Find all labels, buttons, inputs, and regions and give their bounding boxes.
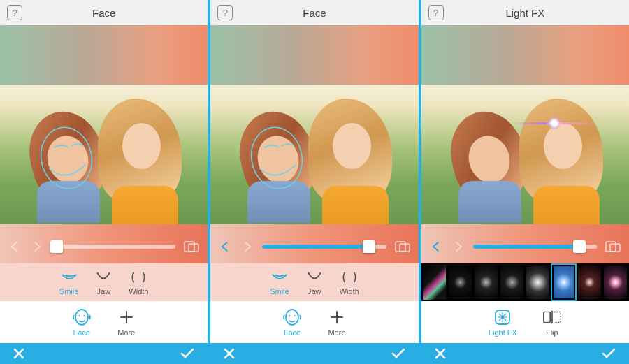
help-button[interactable]: ? [428, 5, 444, 20]
undo-arrow-icon[interactable] [428, 239, 444, 254]
subject-2 [519, 95, 610, 221]
more-icon [327, 307, 347, 327]
fx-thumbnail-strip [421, 263, 629, 301]
slider-row [421, 237, 629, 256]
fx-thumb-rainbow[interactable] [421, 263, 447, 301]
check-icon [391, 347, 406, 360]
redo-arrow-icon[interactable] [29, 239, 45, 254]
fx-preview [554, 266, 574, 298]
fx-thumb-lens1[interactable] [577, 263, 602, 301]
close-icon [223, 347, 236, 360]
footer-bar [210, 343, 418, 364]
svg-point-3 [75, 310, 88, 325]
apply-button[interactable] [601, 347, 616, 360]
intensity-slider[interactable] [52, 245, 175, 249]
category-strip: Light FX Flip [421, 301, 629, 343]
tool-jaw[interactable]: Jaw [95, 269, 112, 296]
compare-button[interactable] [393, 239, 412, 254]
fx-thumb-spark2[interactable] [473, 263, 499, 301]
svg-point-4 [78, 315, 80, 316]
fx-thumb-spark1[interactable] [447, 263, 473, 301]
tool-label: Smile [59, 287, 79, 296]
subject-2 [98, 95, 189, 221]
face-mesh-overlay [35, 126, 98, 193]
face-icon [72, 307, 92, 327]
apply-button[interactable] [391, 347, 406, 360]
header: ? Face [210, 0, 418, 25]
help-button[interactable]: ? [217, 5, 233, 20]
face-icon [282, 307, 302, 327]
fx-thumb-flare-blue[interactable] [551, 263, 577, 301]
photo-canvas[interactable] [210, 25, 418, 263]
category-label: Face [73, 328, 89, 337]
image-photo [210, 85, 418, 224]
flip-icon [542, 307, 562, 327]
header: ? Light FX [421, 0, 629, 25]
svg-point-13 [286, 310, 298, 325]
category-more[interactable]: More [117, 307, 136, 337]
fx-preview [500, 265, 523, 300]
image-background [0, 25, 208, 85]
cancel-button[interactable] [13, 347, 25, 360]
fx-preview [423, 265, 446, 300]
fx-preview [526, 265, 549, 300]
image-photo [0, 85, 208, 224]
redo-arrow-icon[interactable] [451, 239, 466, 254]
tool-width[interactable]: Width [340, 269, 359, 296]
category-face[interactable]: Face [282, 307, 302, 337]
svg-point-5 [83, 315, 85, 316]
panel-3: ? Light FX Light FX Flip [421, 0, 629, 364]
image-background [421, 25, 629, 85]
close-icon [13, 347, 25, 360]
category-more[interactable]: More [327, 307, 347, 337]
category-label: Light FX [489, 328, 517, 337]
fx-preview [449, 265, 472, 300]
slider-thumb[interactable] [363, 240, 375, 253]
photo-canvas[interactable] [421, 25, 629, 263]
tool-label: Width [340, 287, 359, 296]
help-button[interactable]: ? [7, 5, 22, 20]
fx-thumb-burst[interactable] [525, 263, 551, 301]
check-icon [601, 347, 616, 360]
tool-strip: Smile Jaw Width [210, 263, 418, 301]
tool-jaw[interactable]: Jaw [306, 269, 323, 296]
tool-smile[interactable]: Smile [59, 269, 79, 296]
face-mesh-overlay [245, 126, 308, 193]
redo-arrow-icon[interactable] [240, 239, 255, 254]
panel-1: ? Face Smile Jaw Width Fac [0, 0, 210, 364]
compare-button[interactable] [604, 239, 622, 254]
fx-thumb-lens2[interactable] [602, 263, 628, 301]
more-icon [117, 307, 136, 327]
width-icon [130, 269, 147, 286]
svg-point-14 [289, 315, 290, 316]
image-background [210, 25, 418, 85]
subject-2 [308, 95, 399, 221]
intensity-slider[interactable] [262, 245, 386, 249]
tool-label: Jaw [97, 287, 111, 296]
cancel-button[interactable] [434, 347, 447, 360]
fx-thumb-spark3[interactable] [499, 263, 525, 301]
tool-smile[interactable]: Smile [270, 269, 289, 296]
svg-point-0 [36, 126, 98, 193]
slider-thumb[interactable] [573, 240, 586, 253]
photo-canvas[interactable] [0, 25, 208, 263]
compare-button[interactable] [182, 239, 201, 254]
category-flip[interactable]: Flip [542, 307, 562, 337]
category-lightfx[interactable]: Light FX [489, 307, 517, 337]
apply-button[interactable] [180, 347, 195, 360]
category-face[interactable]: Face [72, 307, 92, 337]
smile-icon [61, 269, 78, 286]
cancel-button[interactable] [223, 347, 236, 360]
tool-width[interactable]: Width [129, 269, 148, 296]
slider-thumb[interactable] [50, 240, 63, 253]
svg-rect-21 [610, 244, 620, 252]
svg-rect-1 [185, 242, 194, 252]
close-icon [434, 347, 447, 360]
intensity-slider[interactable] [473, 245, 597, 249]
undo-arrow-icon[interactable] [7, 239, 22, 254]
header-title: Face [0, 7, 208, 19]
image-photo [421, 85, 629, 224]
category-label: More [328, 328, 345, 337]
undo-arrow-icon[interactable] [217, 239, 233, 254]
svg-rect-11 [396, 242, 405, 252]
